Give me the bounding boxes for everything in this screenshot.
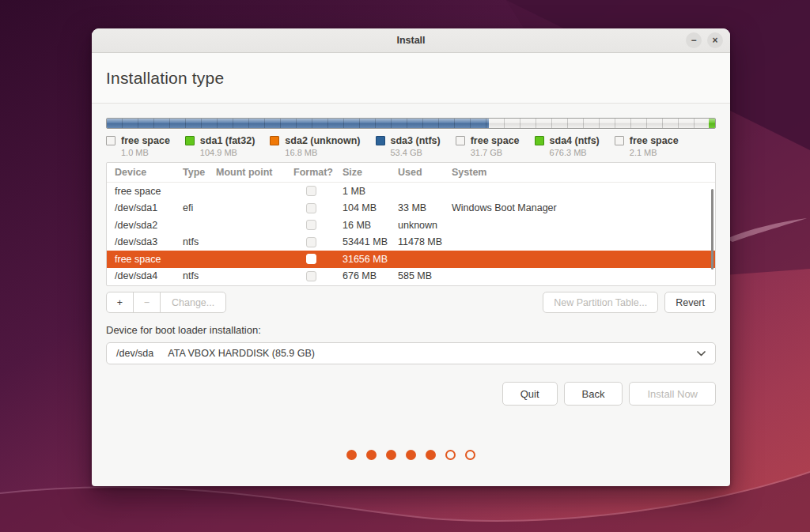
legend-swatch-icon bbox=[615, 136, 624, 145]
add-partition-button[interactable]: + bbox=[106, 292, 134, 313]
legend-item-1: sda1 (fat32)104.9 MB bbox=[185, 135, 255, 157]
legend-label: free space bbox=[630, 135, 679, 146]
close-icon: × bbox=[712, 36, 717, 45]
partition-toolbar: + − Change... New Partition Table... Rev… bbox=[106, 292, 716, 313]
format-checkbox[interactable] bbox=[306, 254, 316, 264]
format-checkbox[interactable] bbox=[306, 220, 316, 230]
quit-button[interactable]: Quit bbox=[502, 382, 558, 406]
format-checkbox[interactable] bbox=[306, 186, 316, 196]
legend-swatch-icon bbox=[270, 136, 279, 145]
window-title: Install bbox=[396, 35, 425, 46]
wizard-actions: Quit Back Install Now bbox=[106, 382, 716, 406]
table-scrollbar[interactable] bbox=[711, 189, 713, 270]
chevron-down-icon bbox=[697, 351, 706, 357]
page-dot-7 bbox=[465, 450, 475, 460]
column-header-system[interactable]: System bbox=[452, 167, 715, 178]
partition-bar bbox=[106, 118, 716, 129]
partition-row-3[interactable]: /dev/sda3ntfs53441 MB11478 MB bbox=[107, 234, 715, 251]
partition-edit-group: + − Change... bbox=[106, 292, 226, 313]
format-checkbox[interactable] bbox=[306, 203, 316, 213]
legend-size: 2.1 MB bbox=[630, 148, 679, 157]
column-header-mount-point[interactable]: Mount point bbox=[216, 167, 293, 178]
legend-swatch-icon bbox=[376, 136, 385, 145]
format-checkbox[interactable] bbox=[306, 237, 316, 247]
table-actions-group: New Partition Table... Revert bbox=[543, 292, 716, 313]
legend-label: sda1 (fat32) bbox=[200, 135, 255, 146]
column-header-size[interactable]: Size bbox=[343, 167, 398, 178]
legend-label: sda4 (ntfs) bbox=[550, 135, 600, 146]
page-dot-6 bbox=[445, 450, 456, 460]
install-now-button[interactable]: Install Now bbox=[629, 382, 716, 406]
titlebar-buttons: − × bbox=[686, 32, 723, 48]
type-cell: ntfs bbox=[183, 270, 216, 281]
legend-swatch-icon bbox=[185, 136, 195, 145]
legend-size: 1.0 MB bbox=[121, 148, 170, 157]
legend-size: 676.3 MB bbox=[550, 148, 600, 157]
device-cell: free space bbox=[115, 186, 183, 197]
legend-swatch-icon bbox=[535, 136, 544, 145]
device-cell: free space bbox=[115, 254, 183, 265]
column-header-type[interactable]: Type bbox=[183, 167, 216, 178]
back-button[interactable]: Back bbox=[564, 382, 623, 406]
system-cell: Windows Boot Manager bbox=[452, 202, 715, 213]
bootloader-label: Device for boot loader installation: bbox=[106, 324, 716, 336]
titlebar[interactable]: Install − × bbox=[92, 28, 730, 53]
legend-swatch-icon bbox=[456, 136, 465, 145]
device-cell: /dev/sda1 bbox=[115, 202, 183, 213]
remove-partition-button[interactable]: − bbox=[133, 292, 161, 313]
legend-label: free space bbox=[471, 135, 520, 146]
partition-row-0[interactable]: free space1 MB bbox=[107, 183, 715, 200]
device-cell: /dev/sda3 bbox=[115, 236, 183, 247]
partition-row-2[interactable]: /dev/sda216 MBunknown bbox=[107, 217, 715, 234]
page-dot-3 bbox=[386, 450, 396, 460]
column-header-format[interactable]: Format? bbox=[293, 167, 343, 178]
page-dot-1 bbox=[346, 450, 357, 460]
type-cell: ntfs bbox=[183, 236, 216, 247]
close-button[interactable]: × bbox=[707, 32, 723, 48]
partition-table: Device Type Mount point Format? Size Use… bbox=[106, 162, 716, 286]
size-cell: 31656 MB bbox=[343, 254, 398, 265]
desktop: Install − × Installation type free space… bbox=[0, 0, 810, 532]
bootloader-device-description: ATA VBOX HARDDISK (85.9 GB) bbox=[168, 348, 315, 359]
partition-legend: free space1.0 MBsda1 (fat32)104.9 MBsda2… bbox=[106, 135, 716, 157]
used-cell: 11478 MB bbox=[398, 236, 452, 247]
used-cell: 33 MB bbox=[398, 202, 452, 213]
legend-item-6: free space2.1 MB bbox=[615, 135, 679, 157]
page-title: Installation type bbox=[106, 69, 224, 88]
page-header: Installation type bbox=[92, 53, 730, 104]
format-checkbox[interactable] bbox=[306, 271, 316, 281]
content-area: free space1.0 MBsda1 (fat32)104.9 MBsda2… bbox=[92, 104, 730, 486]
page-dot-2 bbox=[366, 450, 377, 460]
legend-label: free space bbox=[121, 135, 170, 146]
revert-button[interactable]: Revert bbox=[664, 292, 716, 313]
size-cell: 104 MB bbox=[343, 202, 398, 213]
partition-table-body: free space1 MB/dev/sda1efi104 MB33 MBWin… bbox=[107, 183, 715, 285]
minimize-button[interactable]: − bbox=[686, 32, 702, 48]
column-header-device[interactable]: Device bbox=[115, 167, 183, 178]
used-cell: 585 MB bbox=[398, 270, 452, 281]
device-cell: /dev/sda4 bbox=[115, 270, 183, 281]
legend-size: 16.8 MB bbox=[285, 148, 360, 157]
legend-item-3: sda3 (ntfs)53.4 GB bbox=[376, 135, 441, 157]
minimize-icon: − bbox=[691, 36, 696, 45]
partition-bar-segment-sda4 bbox=[709, 119, 715, 128]
size-cell: 1 MB bbox=[343, 186, 398, 197]
change-partition-button[interactable]: Change... bbox=[160, 292, 226, 313]
legend-item-0: free space1.0 MB bbox=[106, 135, 170, 157]
partition-row-4[interactable]: free space31656 MB bbox=[107, 251, 715, 268]
bootloader-device-select[interactable]: /dev/sda ATA VBOX HARDDISK (85.9 GB) bbox=[106, 342, 716, 364]
legend-item-5: sda4 (ntfs)676.3 MB bbox=[535, 135, 600, 157]
legend-swatch-icon bbox=[106, 136, 115, 145]
page-dot-4 bbox=[406, 450, 416, 460]
column-header-used[interactable]: Used bbox=[398, 167, 452, 178]
new-partition-table-button[interactable]: New Partition Table... bbox=[543, 292, 658, 313]
legend-size: 104.9 MB bbox=[200, 148, 255, 157]
partition-row-1[interactable]: /dev/sda1efi104 MB33 MBWindows Boot Mana… bbox=[107, 200, 715, 217]
legend-item-2: sda2 (unknown)16.8 MB bbox=[270, 135, 360, 157]
partition-row-5[interactable]: /dev/sda4ntfs676 MB585 MB bbox=[107, 268, 715, 285]
partition-bar-segment-sda3 bbox=[107, 119, 489, 128]
size-cell: 676 MB bbox=[343, 270, 398, 281]
partition-bar-segment-free-space bbox=[489, 119, 709, 128]
page-dot-5 bbox=[426, 450, 436, 460]
size-cell: 16 MB bbox=[343, 220, 398, 231]
